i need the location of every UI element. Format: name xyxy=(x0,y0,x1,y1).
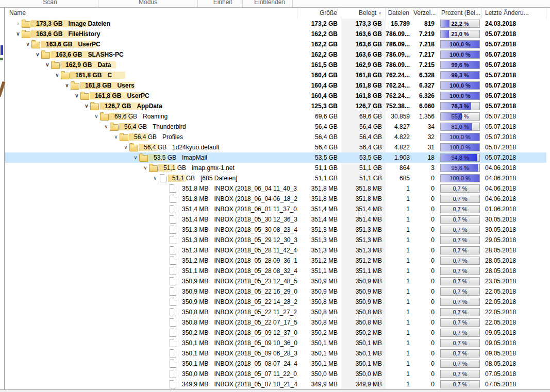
tree-row-folder[interactable]: ∨56,4 GB1d24kyuo.default56,4 GB56,4 GB4.… xyxy=(5,142,546,152)
tree-row-folder[interactable]: ∨162,9 GBData161,5 GB162,9 GB786.09...7.… xyxy=(5,60,546,70)
column-header-groesse[interactable]: Größe xyxy=(297,8,341,19)
tree-row-folder[interactable]: ∨56,4 GBThunderbird56,4 GB56,4 GB4.82734… xyxy=(5,122,546,132)
tree-name-cell[interactable]: ∨163,6 GBUserPC xyxy=(5,39,297,49)
tree-name-cell[interactable]: ∨126,7 GBAppData xyxy=(5,101,297,111)
tree-row-folder[interactable]: ∨161,8 GBC160,4 GB161,8 GB762.24...6.328… xyxy=(5,70,546,80)
column-header-dateien[interactable]: Dateien xyxy=(386,8,413,19)
tree-name-cell[interactable]: 350,8 MBINBOX (2018_05_22 07_17_55 UTC) xyxy=(5,317,297,328)
tree-row-file[interactable]: 351,3 MBINBOX (2018_05_28 11_42_40 UTC)3… xyxy=(5,245,546,255)
column-header-name[interactable]: Name xyxy=(5,8,297,19)
tree-row-file[interactable]: 351,8 MBINBOX (2018_06_04 06_18_24 UTC)3… xyxy=(5,194,546,204)
chevron-down-icon[interactable]: ∨ xyxy=(93,111,100,122)
chevron-down-icon[interactable]: ∨ xyxy=(54,70,61,80)
tree-name-cell[interactable]: 351,8 MBINBOX (2018_06_04 11_40_32 UTC) xyxy=(5,183,297,194)
tree-row-file[interactable]: 350,8 MBINBOX (2018_05_22 11_27_21 UTC)3… xyxy=(5,307,546,317)
tree-name-cell[interactable]: 350,0 MBINBOX (2018_05_07 11_22_02 UTC) xyxy=(5,369,297,379)
tree-name-cell[interactable]: ∨163,6 GBSLASHS-PC xyxy=(5,49,297,60)
tree-name-cell[interactable]: 350,1 MBINBOX (2018_05_09 10_36_00 UTC) xyxy=(5,338,297,348)
tree-row-file[interactable]: 350,9 MBINBOX (2018_05_22 14_28_22 UTC)3… xyxy=(5,297,546,307)
chevron-down-icon[interactable]: ∨ xyxy=(24,39,31,49)
chevron-down-icon[interactable]: ∨ xyxy=(132,152,139,163)
tree-row-folder[interactable]: ∨126,7 GBAppData125,3 GB126,7 GB752.38..… xyxy=(5,101,546,111)
tree-name-cell[interactable]: 351,1 MBINBOX (2018_05_28 08_32_41 UTC) xyxy=(5,266,297,276)
chevron-down-icon[interactable]: ∨ xyxy=(63,80,71,91)
tree-name-cell[interactable]: ∨163,6 GBFileHistory xyxy=(5,29,297,39)
tree-row-file[interactable]: 350,0 MBINBOX (2018_05_07 11_22_02 UTC)3… xyxy=(5,369,546,379)
tree-row-folder[interactable]: ∨163,6 GBUserPC162,2 GB163,6 GB786.09...… xyxy=(5,39,546,49)
tree-row-folder[interactable]: ∨161,8 GBUsers160,4 GB161,8 GB762.24...6… xyxy=(5,80,546,91)
tree-name-cell[interactable]: ∨56,4 GB1d24kyuo.default xyxy=(5,142,297,152)
tree-name-cell[interactable]: 351,3 MBINBOX (2018_05_29 12_30_33 UTC) xyxy=(5,235,297,245)
tree-name-cell[interactable]: 350,9 MBINBOX (2018_05_22 16_29_07 UTC) xyxy=(5,286,297,297)
tree-name-cell[interactable]: ∨161,8 GBUserPC xyxy=(5,91,297,101)
tree-name-cell[interactable]: 351,4 MBINBOX (2018_06_01 11_37_08 UTC) xyxy=(5,204,297,214)
chevron-down-icon[interactable]: ∨ xyxy=(103,122,110,132)
tree-row-file[interactable]: 350,1 MBINBOX (2018_05_09 10_36_00 UTC)3… xyxy=(5,338,546,348)
tree-row-file[interactable]: 350,1 MBINBOX (2018_05_09 06_28_30 UTC)3… xyxy=(5,348,546,359)
tree-name-cell[interactable]: 350,2 MBINBOX (2018_05_09 12_37_03 UTC) xyxy=(5,328,297,338)
tree-row-file[interactable]: 351,1 MBINBOX (2018_05_28 08_32_41 UTC)3… xyxy=(5,266,546,276)
tree-name-cell[interactable]: 351,3 MBINBOX (2018_05_28 11_42_40 UTC) xyxy=(5,245,297,255)
chevron-down-icon[interactable]: ∨ xyxy=(73,91,80,101)
tree-row-file[interactable]: 350,2 MBINBOX (2018_05_09 12_37_03 UTC)3… xyxy=(5,328,546,338)
chevron-down-icon[interactable]: ∨ xyxy=(122,142,129,152)
ribbon-group-modus[interactable]: Modus xyxy=(139,0,157,6)
tree-name-cell[interactable]: ›173,3 GBImage Dateien xyxy=(5,19,297,29)
tree-row-folder[interactable]: ∨69,6 GBRoaming69,6 GB69,6 GB30.8591.356… xyxy=(5,111,546,122)
tree-name-cell[interactable]: ∨56,4 GBProfiles xyxy=(5,132,297,142)
tree-row-folder[interactable]: ∨161,8 GBUserPC160,4 GB161,8 GB762.24...… xyxy=(5,91,546,101)
tree-name-cell[interactable]: 351,8 MBINBOX (2018_06_04 06_18_24 UTC) xyxy=(5,194,297,204)
tree-name-cell[interactable]: ∨51,1 GBimap.gmx-1.net xyxy=(5,163,297,173)
chevron-down-icon[interactable]: ∨ xyxy=(142,163,149,173)
tree-name-cell[interactable]: ∨69,6 GBRoaming xyxy=(5,111,297,122)
chevron-down-icon[interactable]: ∨ xyxy=(112,132,120,142)
tree-name-cell[interactable]: 350,9 MBINBOX (2018_05_22 14_28_22 UTC) xyxy=(5,297,297,307)
tree-name-cell[interactable]: 350,1 MBINBOX (2018_05_08 07_24_47 UTC) xyxy=(5,359,297,369)
ribbon-group-einheit[interactable]: Einheit xyxy=(213,0,232,6)
column-header-prozent[interactable]: Prozent (Bel... xyxy=(438,8,482,19)
tree-row-file[interactable]: 351,2 MBINBOX (2018_05_28 09_36_19 UTC)3… xyxy=(5,255,546,266)
column-header-verzeichnisse[interactable]: Verzei... xyxy=(413,8,438,19)
tree-row-file[interactable]: 351,4 MBINBOX (2018_05_30 12_36_31 UTC)3… xyxy=(5,214,546,225)
tree-row-file[interactable]: 350,9 MBINBOX (2018_05_23 12_48_55 UTC)3… xyxy=(5,276,546,286)
tree-name-cell[interactable]: ∨162,9 GBData xyxy=(5,60,297,70)
tree-row-folder[interactable]: ∨163,6 GBSLASHS-PC162,2 GB163,6 GB786.09… xyxy=(5,49,546,60)
tree-name-cell[interactable]: 349,9 MBINBOX (2018_05_07 10_21_40 UTC) xyxy=(5,379,297,389)
tree-row-file[interactable]: 350,1 MBINBOX (2018_05_08 07_24_47 UTC)3… xyxy=(5,359,546,369)
chevron-down-icon[interactable]: ∨ xyxy=(152,173,159,183)
tree-name-cell[interactable]: 351,4 MBINBOX (2018_05_30 12_36_31 UTC) xyxy=(5,214,297,225)
tree-name-cell[interactable]: ∨51,1 GB[685 Dateien] xyxy=(5,173,297,183)
tree-name-cell[interactable]: ∨53,5 GBImapMail xyxy=(5,152,297,163)
chevron-down-icon[interactable]: ∨ xyxy=(14,29,22,39)
column-header-letzte-aenderung[interactable]: Letzte Änderu... xyxy=(482,8,546,19)
tree-row-file[interactable]: 350,9 MBINBOX (2018_05_22 16_29_07 UTC)3… xyxy=(5,286,546,297)
tree-row-file[interactable]: 351,4 MBINBOX (2018_06_01 11_37_08 UTC)3… xyxy=(5,204,546,214)
tree-name-cell[interactable]: 350,9 MBINBOX (2018_05_23 12_48_55 UTC) xyxy=(5,276,297,286)
tree-row-folder[interactable]: ∨56,4 GBProfiles56,4 GB56,4 GB4.82232100… xyxy=(5,132,546,142)
tree-row-file[interactable]: 351,3 MBINBOX (2018_05_30 08_23_40 UTC)3… xyxy=(5,225,546,235)
ribbon-group-scan[interactable]: Scan xyxy=(43,0,57,6)
chevron-down-icon[interactable]: ∨ xyxy=(34,49,41,60)
tree-row-file[interactable]: 351,3 MBINBOX (2018_05_29 12_30_33 UTC)3… xyxy=(5,235,546,245)
tree-name-cell[interactable]: 351,2 MBINBOX (2018_05_28 09_36_19 UTC) xyxy=(5,255,297,266)
tree-row-file[interactable]: ∨51,1 GB[685 Dateien]51,1 GB51,1 GB68501… xyxy=(5,173,546,183)
column-header-belegt[interactable]: Belegt∨ xyxy=(341,8,386,19)
tree-name-cell[interactable]: ∨161,8 GBC xyxy=(5,70,297,80)
ribbon-group-einblenden[interactable]: Einblenden xyxy=(254,0,285,6)
horizontal-scrollbar[interactable] xyxy=(0,389,550,392)
tree-row-file[interactable]: 351,8 MBINBOX (2018_06_04 11_40_32 UTC)3… xyxy=(5,183,546,194)
tree-name-cell[interactable]: 350,1 MBINBOX (2018_05_09 06_28_30 UTC) xyxy=(5,348,297,359)
tree-row-folder[interactable]: ∨163,6 GBFileHistory162,2 GB163,6 GB786.… xyxy=(5,29,546,39)
tree-row-file[interactable]: 349,9 MBINBOX (2018_05_07 10_21_40 UTC)3… xyxy=(5,379,546,389)
tree-row-folder[interactable]: ∨51,1 GBimap.gmx-1.net51,1 GB51,1 GB8643… xyxy=(5,163,546,173)
tree-name-cell[interactable]: 351,3 MBINBOX (2018_05_30 08_23_40 UTC) xyxy=(5,225,297,235)
tree-row-file[interactable]: 350,8 MBINBOX (2018_05_22 07_17_55 UTC)3… xyxy=(5,317,546,328)
tree-row-folder[interactable]: ∨53,5 GBImapMail53,5 GB53,5 GB1.9031894,… xyxy=(5,152,546,163)
chevron-down-icon[interactable]: ∨ xyxy=(44,60,51,70)
chevron-right-icon[interactable]: › xyxy=(14,19,22,29)
chevron-down-icon[interactable]: ∨ xyxy=(83,101,90,111)
tree-name-cell[interactable]: ∨161,8 GBUsers xyxy=(5,80,297,91)
tree-row-folder[interactable]: ›173,3 GBImage Dateien173,2 GB173,3 GB15… xyxy=(5,19,546,29)
tree-name-cell[interactable]: 350,8 MBINBOX (2018_05_22 11_27_21 UTC) xyxy=(5,307,297,317)
tree-name-cell[interactable]: ∨56,4 GBThunderbird xyxy=(5,122,297,132)
